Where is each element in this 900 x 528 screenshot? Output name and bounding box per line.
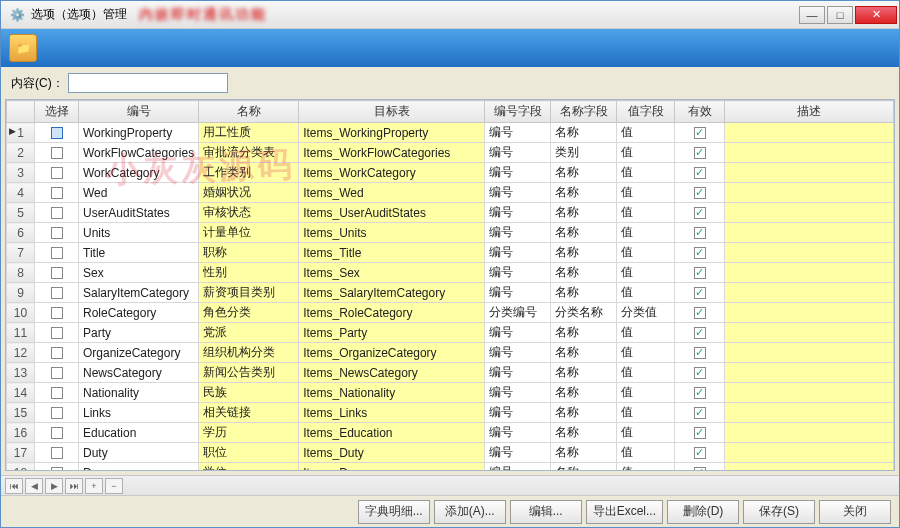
cell-code[interactable]: RoleCategory — [79, 303, 199, 323]
cell-nf[interactable]: 名称 — [551, 443, 617, 463]
nav-prev-button[interactable]: ◀ — [25, 478, 43, 494]
valid-checkbox[interactable] — [694, 227, 706, 239]
cell-target[interactable]: Items_OrganizeCategory — [299, 343, 485, 363]
cell-cf[interactable]: 编号 — [485, 223, 551, 243]
cell-code[interactable]: Links — [79, 403, 199, 423]
cell-target[interactable]: Items_Title — [299, 243, 485, 263]
cell-cf[interactable]: 编号 — [485, 263, 551, 283]
cell-vf[interactable]: 值 — [617, 423, 675, 443]
select-checkbox[interactable] — [51, 207, 63, 219]
cell-vf[interactable]: 值 — [617, 283, 675, 303]
cell-nf[interactable]: 名称 — [551, 343, 617, 363]
valid-checkbox[interactable] — [694, 127, 706, 139]
cell-desc[interactable] — [725, 383, 894, 403]
cell-nf[interactable]: 名称 — [551, 163, 617, 183]
cell-name[interactable]: 审核状态 — [199, 203, 299, 223]
cell-vf[interactable]: 值 — [617, 443, 675, 463]
cell-desc[interactable] — [725, 263, 894, 283]
cell-cf[interactable]: 编号 — [485, 343, 551, 363]
valid-checkbox[interactable] — [694, 327, 706, 339]
cell-vf[interactable]: 值 — [617, 403, 675, 423]
cell-nf[interactable]: 名称 — [551, 383, 617, 403]
cell-target[interactable]: Items_Sex — [299, 263, 485, 283]
cell-name[interactable]: 职位 — [199, 443, 299, 463]
cell-name[interactable]: 性别 — [199, 263, 299, 283]
select-checkbox[interactable] — [51, 167, 63, 179]
cell-vf[interactable]: 值 — [617, 203, 675, 223]
cell-cf[interactable]: 编号 — [485, 443, 551, 463]
cell-target[interactable]: Items_Links — [299, 403, 485, 423]
valid-checkbox[interactable] — [694, 447, 706, 459]
cell-name[interactable]: 学位 — [199, 463, 299, 472]
cell-nf[interactable]: 类别 — [551, 143, 617, 163]
cell-nf[interactable]: 名称 — [551, 223, 617, 243]
select-checkbox[interactable] — [51, 287, 63, 299]
column-header[interactable]: 名称字段 — [551, 101, 617, 123]
cell-vf[interactable]: 值 — [617, 123, 675, 143]
select-checkbox[interactable] — [51, 427, 63, 439]
cell-target[interactable]: Items_Nationality — [299, 383, 485, 403]
nav-next-button[interactable]: ▶ — [45, 478, 63, 494]
cell-vf[interactable]: 分类值 — [617, 303, 675, 323]
cell-cf[interactable]: 分类编号 — [485, 303, 551, 323]
cell-code[interactable]: Party — [79, 323, 199, 343]
edit-button[interactable]: 编辑... — [510, 500, 582, 524]
table-row[interactable]: 6Units计量单位Items_Units编号名称值 — [7, 223, 894, 243]
table-row[interactable]: 1WorkingProperty用工性质Items_WorkingPropert… — [7, 123, 894, 143]
valid-checkbox[interactable] — [694, 247, 706, 259]
cell-code[interactable]: Nationality — [79, 383, 199, 403]
nav-last-button[interactable]: ⏭ — [65, 478, 83, 494]
cell-code[interactable]: WorkCategory — [79, 163, 199, 183]
column-header[interactable]: 编号字段 — [485, 101, 551, 123]
cell-cf[interactable]: 编号 — [485, 403, 551, 423]
cell-name[interactable]: 婚姻状况 — [199, 183, 299, 203]
cell-name[interactable]: 角色分类 — [199, 303, 299, 323]
cell-name[interactable]: 相关链接 — [199, 403, 299, 423]
cell-name[interactable]: 审批流分类表 — [199, 143, 299, 163]
select-checkbox[interactable] — [51, 307, 63, 319]
close-window-button[interactable]: 关闭 — [819, 500, 891, 524]
minimize-button[interactable]: — — [799, 6, 825, 24]
cell-target[interactable]: Items_WorkingProperty — [299, 123, 485, 143]
cell-cf[interactable]: 编号 — [485, 463, 551, 472]
select-checkbox[interactable] — [51, 407, 63, 419]
cell-target[interactable]: Items_Education — [299, 423, 485, 443]
filter-input[interactable] — [68, 73, 228, 93]
cell-name[interactable]: 组织机构分类 — [199, 343, 299, 363]
cell-desc[interactable] — [725, 343, 894, 363]
column-header[interactable]: 名称 — [199, 101, 299, 123]
cell-vf[interactable]: 值 — [617, 143, 675, 163]
valid-checkbox[interactable] — [694, 347, 706, 359]
cell-cf[interactable]: 编号 — [485, 123, 551, 143]
select-checkbox[interactable] — [51, 187, 63, 199]
cell-name[interactable]: 工作类别 — [199, 163, 299, 183]
cell-name[interactable]: 计量单位 — [199, 223, 299, 243]
cell-code[interactable]: Degree — [79, 463, 199, 472]
cell-code[interactable]: Units — [79, 223, 199, 243]
cell-code[interactable]: Sex — [79, 263, 199, 283]
table-row[interactable]: 9SalaryItemCategory薪资项目类别Items_SalaryIte… — [7, 283, 894, 303]
cell-nf[interactable]: 分类名称 — [551, 303, 617, 323]
valid-checkbox[interactable] — [694, 307, 706, 319]
cell-vf[interactable]: 值 — [617, 463, 675, 472]
cell-nf[interactable]: 名称 — [551, 263, 617, 283]
cell-desc[interactable] — [725, 423, 894, 443]
cell-target[interactable]: Items_Units — [299, 223, 485, 243]
cell-cf[interactable]: 编号 — [485, 323, 551, 343]
valid-checkbox[interactable] — [694, 267, 706, 279]
select-checkbox[interactable] — [51, 347, 63, 359]
cell-target[interactable]: Items_NewsCategory — [299, 363, 485, 383]
column-header[interactable] — [7, 101, 35, 123]
cell-cf[interactable]: 编号 — [485, 183, 551, 203]
column-header[interactable]: 值字段 — [617, 101, 675, 123]
cell-vf[interactable]: 值 — [617, 163, 675, 183]
cell-cf[interactable]: 编号 — [485, 143, 551, 163]
cell-cf[interactable]: 编号 — [485, 423, 551, 443]
column-header[interactable]: 目标表 — [299, 101, 485, 123]
cell-name[interactable]: 民族 — [199, 383, 299, 403]
cell-cf[interactable]: 编号 — [485, 203, 551, 223]
cell-code[interactable]: Duty — [79, 443, 199, 463]
table-row[interactable]: 4Wed婚姻状况Items_Wed编号名称值 — [7, 183, 894, 203]
export-button[interactable]: 导出Excel... — [586, 500, 663, 524]
cell-nf[interactable]: 名称 — [551, 283, 617, 303]
